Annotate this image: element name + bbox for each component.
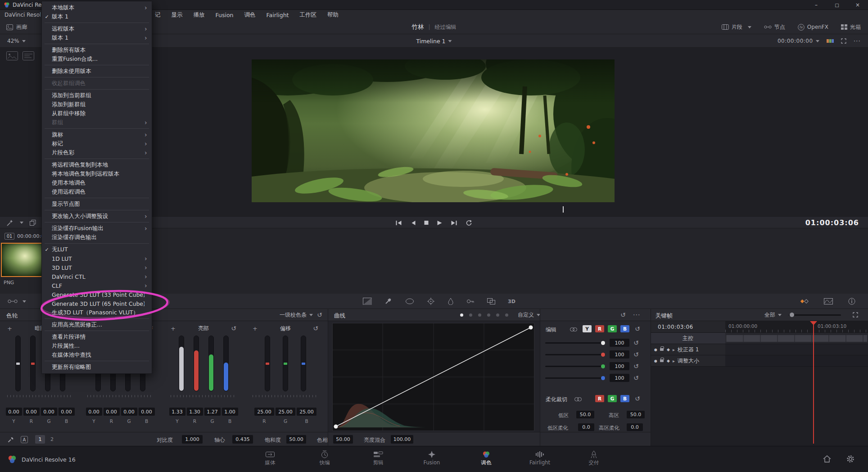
param-value[interactable]: 0.435 bbox=[232, 435, 253, 444]
zoom-dropdown[interactable]: 42% bbox=[7, 34, 26, 48]
context-menu-item[interactable]: 使用远程调色 bbox=[42, 187, 152, 196]
bar-value-field[interactable]: 1.33 bbox=[169, 408, 185, 416]
channel-slider[interactable] bbox=[545, 342, 606, 344]
reset-icon[interactable]: ↺ bbox=[313, 325, 318, 331]
keyframe-row-sizing-track[interactable] bbox=[725, 355, 868, 367]
softclip-b-button[interactable]: B bbox=[620, 395, 629, 402]
context-menu-item[interactable]: 显示节点图 bbox=[42, 200, 152, 209]
context-menu-item[interactable]: 更改输入大小调整预设› bbox=[42, 212, 152, 221]
minimize-button[interactable]: – bbox=[806, 0, 827, 10]
bar-slider-R[interactable] bbox=[194, 336, 199, 391]
context-menu-item[interactable]: 标记› bbox=[42, 139, 152, 148]
reset-icon[interactable]: ↺ bbox=[633, 351, 639, 358]
context-menu-item[interactable]: 生成3D LUT（Panasonic VLUT） bbox=[42, 308, 152, 317]
gallery-button[interactable]: 画廊 bbox=[6, 20, 27, 34]
context-menu-item[interactable]: 1D LUT› bbox=[42, 254, 152, 263]
bar-value-field[interactable]: 25.00 bbox=[254, 408, 274, 416]
context-menu-item[interactable]: 应用高光黑斑修正... bbox=[42, 320, 152, 329]
lock-icon[interactable] bbox=[660, 359, 664, 362]
menu-item[interactable]: 显示 bbox=[172, 11, 183, 19]
keyframe-enable-icon[interactable]: ● bbox=[654, 348, 657, 352]
curve-editor[interactable] bbox=[332, 323, 534, 431]
field-value[interactable]: 0.0 bbox=[627, 423, 643, 431]
context-menu-item[interactable]: 删除所有版本 bbox=[42, 45, 152, 54]
bar-slider-G[interactable] bbox=[283, 336, 288, 391]
qualifier-eyedropper-icon[interactable] bbox=[384, 298, 393, 305]
channel-r-button[interactable]: R bbox=[595, 325, 604, 332]
reset-icon[interactable]: ↺ bbox=[635, 326, 640, 332]
reset-icon[interactable]: ↺ bbox=[231, 325, 236, 331]
bar-slider-G[interactable] bbox=[208, 336, 214, 391]
context-menu-item[interactable]: 渲染缓存调色输出 bbox=[42, 233, 152, 242]
shade-icon[interactable] bbox=[363, 298, 372, 305]
context-menu-item[interactable]: 片段色彩› bbox=[42, 148, 152, 157]
curve-grade-dot[interactable] bbox=[505, 313, 508, 317]
context-menu-item[interactable]: 片段属性... bbox=[42, 341, 152, 350]
expand-panel-icon[interactable] bbox=[853, 312, 858, 318]
clip-mode-dropdown[interactable]: 片段 bbox=[722, 23, 751, 31]
bar-slider-R[interactable] bbox=[265, 336, 270, 391]
timeline-album-icon[interactable] bbox=[23, 51, 34, 60]
context-menu-item[interactable]: 从群组中移除 bbox=[42, 109, 152, 118]
curve-preset-dropdown[interactable]: 自定义 bbox=[518, 309, 540, 321]
nav-fairlight[interactable]: Fairlight bbox=[522, 450, 558, 466]
gang-link-icon[interactable] bbox=[570, 327, 577, 331]
stereo-3d-icon[interactable]: 3D bbox=[508, 299, 515, 304]
nodes-button[interactable]: 节点 bbox=[764, 23, 785, 31]
context-menu-item[interactable]: 版本 1› bbox=[42, 33, 152, 42]
keyframe-row-corrector-track[interactable] bbox=[725, 344, 868, 355]
info-icon[interactable] bbox=[848, 298, 855, 305]
bar-value-field[interactable]: 0.00 bbox=[6, 408, 22, 416]
channel-value-field[interactable]: 100 bbox=[610, 339, 629, 347]
gang-link-icon[interactable] bbox=[574, 397, 582, 401]
keyframe-diamond-icon[interactable]: ◆ bbox=[667, 359, 670, 363]
bar-value-field[interactable]: 0.00 bbox=[41, 408, 57, 416]
menu-item[interactable]: 工作区 bbox=[300, 11, 317, 19]
keyframe-scope-dropdown[interactable]: 全部 bbox=[764, 309, 782, 321]
bar-value-field[interactable]: 0.00 bbox=[121, 408, 137, 416]
bar-value-field[interactable]: 1.30 bbox=[187, 408, 203, 416]
context-menu-item[interactable]: 使用本地调色 bbox=[42, 178, 152, 187]
softclip-r-button[interactable]: R bbox=[595, 395, 604, 402]
field-value[interactable]: 50.0 bbox=[627, 411, 645, 418]
reset-icon[interactable]: ↺ bbox=[633, 375, 639, 381]
keyframe-row-master-track[interactable] bbox=[725, 333, 868, 344]
reset-icon[interactable]: ↺ bbox=[635, 395, 640, 402]
menu-item[interactable]: 调色 bbox=[244, 11, 255, 19]
nav-cut[interactable]: 快编 bbox=[307, 450, 343, 466]
context-menu-item[interactable]: ✓版本 1 bbox=[42, 12, 152, 21]
nav-media[interactable]: 媒体 bbox=[252, 450, 288, 466]
context-menu-item[interactable]: 删除未使用版本 bbox=[42, 67, 152, 76]
settings-gear-icon[interactable] bbox=[846, 455, 854, 463]
reset-icon[interactable]: ↺ bbox=[633, 363, 639, 369]
context-menu-item[interactable]: 更新所有缩略图 bbox=[42, 363, 152, 372]
keyframe-row-corrector[interactable]: ● ◆ ▸ 校正器 1 bbox=[651, 344, 725, 355]
channel-g-button[interactable]: G bbox=[608, 325, 617, 332]
context-menu-item[interactable]: 查看片段详情 bbox=[42, 332, 152, 341]
grade-preview-icon[interactable] bbox=[827, 38, 834, 44]
openfx-button[interactable]: fx OpenFX bbox=[798, 24, 828, 31]
viewer-options-icon[interactable]: ··· bbox=[854, 37, 861, 45]
context-menu-item[interactable]: 本地版本› bbox=[42, 3, 152, 12]
context-menu-item[interactable]: Generate 3D LUT (65 Point Cube) bbox=[42, 299, 152, 308]
blur-icon[interactable] bbox=[448, 298, 454, 305]
curve-grade-dot[interactable] bbox=[496, 313, 499, 317]
stills-album-icon[interactable] bbox=[6, 51, 18, 60]
wipe-modes-icon[interactable] bbox=[30, 220, 36, 226]
context-menu-item[interactable]: 将远程调色复制到本地 bbox=[42, 160, 152, 169]
nav-deliver[interactable]: 交付 bbox=[576, 450, 612, 466]
channel-y-button[interactable]: Y bbox=[583, 325, 592, 332]
lock-icon[interactable] bbox=[660, 348, 664, 351]
bar-value-field[interactable]: 0.00 bbox=[86, 408, 102, 416]
palette-options-icon[interactable]: ··· bbox=[633, 311, 640, 318]
channel-b-button[interactable]: B bbox=[620, 325, 629, 332]
keyframe-playhead[interactable] bbox=[813, 321, 814, 444]
tracker-icon[interactable] bbox=[427, 298, 435, 305]
context-menu-item[interactable]: 3D LUT› bbox=[42, 263, 152, 272]
reset-icon[interactable]: ↺ bbox=[317, 312, 322, 318]
play-button[interactable] bbox=[437, 220, 443, 226]
bar-slider-B[interactable] bbox=[223, 336, 229, 391]
channel-slider[interactable] bbox=[545, 377, 606, 379]
bar-slider-Y[interactable] bbox=[15, 336, 21, 391]
scopes-icon[interactable] bbox=[824, 298, 833, 304]
